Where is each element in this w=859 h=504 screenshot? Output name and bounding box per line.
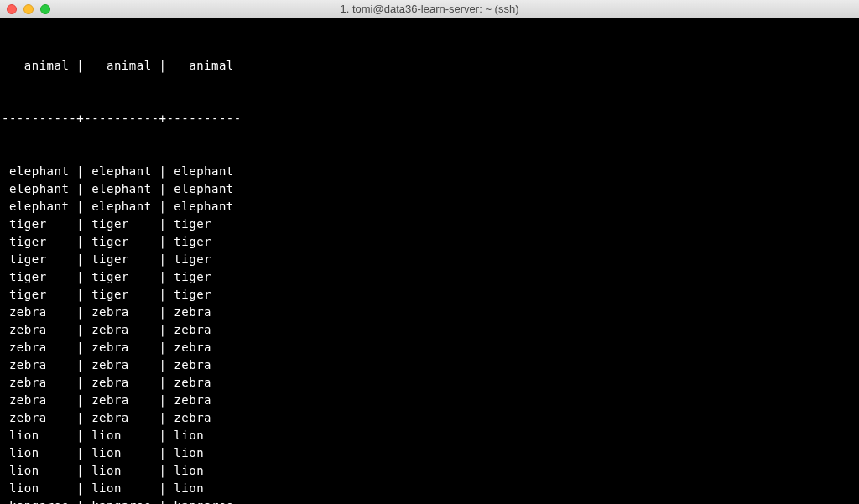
table-row: zebra | zebra | zebra xyxy=(2,374,857,392)
zoom-button[interactable] xyxy=(40,4,50,14)
table-row: kangaroo | kangaroo | kangaroo xyxy=(2,497,857,504)
window-title: 1. tomi@data36-learn-server: ~ (ssh) xyxy=(341,3,519,15)
table-row: zebra | zebra | zebra xyxy=(2,304,857,321)
table-row: elephant | elephant | elephant xyxy=(2,163,857,180)
table-row: zebra | zebra | zebra xyxy=(2,409,857,427)
table-separator: ----------+----------+---------- xyxy=(2,110,857,127)
table-header-row: animal | animal | animal xyxy=(2,57,857,75)
table-row: zebra | zebra | zebra xyxy=(2,356,857,374)
table-row: lion | lion | lion xyxy=(2,462,857,480)
table-row: lion | lion | lion xyxy=(2,480,857,497)
table-row: zebra | zebra | zebra xyxy=(2,339,857,356)
table-row: tiger | tiger | tiger xyxy=(2,286,857,304)
window-titlebar: 1. tomi@data36-learn-server: ~ (ssh) xyxy=(0,0,859,18)
close-button[interactable] xyxy=(7,4,17,14)
minimize-button[interactable] xyxy=(23,4,34,14)
traffic-lights xyxy=(7,4,50,14)
table-row: tiger | tiger | tiger xyxy=(2,233,857,251)
table-row: lion | lion | lion xyxy=(2,427,857,444)
table-row: tiger | tiger | tiger xyxy=(2,251,857,268)
table-row: zebra | zebra | zebra xyxy=(2,392,857,409)
table-row: elephant | elephant | elephant xyxy=(2,198,857,216)
table-row: elephant | elephant | elephant xyxy=(2,180,857,198)
table-row: tiger | tiger | tiger xyxy=(2,268,857,286)
table-row: lion | lion | lion xyxy=(2,444,857,462)
table-row: zebra | zebra | zebra xyxy=(2,321,857,339)
terminal-output[interactable]: animal | animal | animal ----------+----… xyxy=(0,18,859,504)
table-row: tiger | tiger | tiger xyxy=(2,216,857,233)
